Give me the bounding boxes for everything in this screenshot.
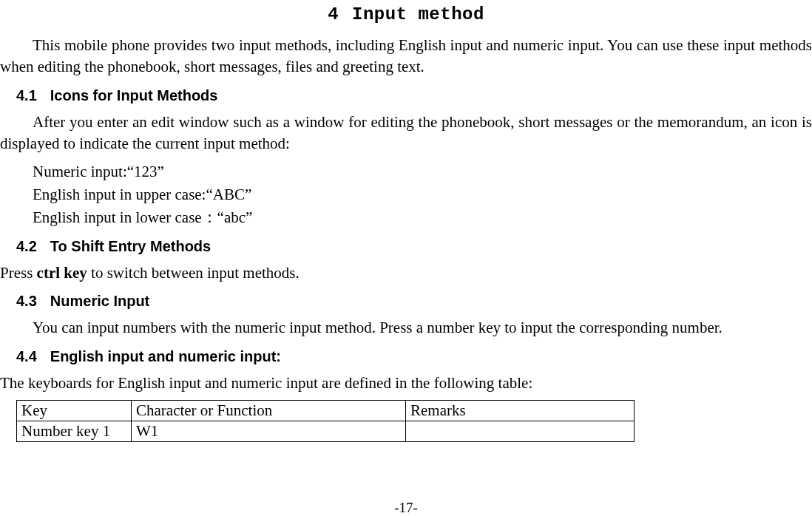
subsection-heading-4-3: 4.3Numeric Input	[16, 293, 812, 310]
subsection-number: 4.2	[16, 238, 37, 254]
s42-paragraph: Press ctrl key to switch between input m…	[0, 262, 812, 284]
table-cell-remarks	[406, 421, 635, 441]
section-number: 4	[328, 4, 339, 24]
s44-paragraph: The keyboards for English input and nume…	[0, 373, 812, 394]
subsection-title: Icons for Input Methods	[50, 87, 218, 103]
section-heading: 4Input method	[0, 4, 812, 24]
subsection-number: 4.3	[16, 293, 37, 309]
s42-pre: Press	[0, 264, 37, 282]
s41-line-lower: English input in lower case：“abc”	[33, 207, 812, 228]
s42-post: to switch between input methods.	[87, 264, 300, 282]
s41-line-numeric: Numeric input:“123”	[33, 161, 812, 183]
table-header-remarks: Remarks	[406, 400, 635, 421]
subsection-title: English input and numeric input:	[50, 348, 281, 364]
key-definition-table: Key Character or Function Remarks Number…	[16, 400, 635, 442]
subsection-number: 4.4	[16, 348, 37, 364]
document-page: 4Input method This mobile phone provides…	[0, 4, 812, 516]
table-row: Number key 1 W1	[17, 421, 635, 441]
table-cell-char: W1	[132, 421, 406, 441]
table-header-char: Character or Function	[132, 400, 406, 421]
subsection-title: To Shift Entry Methods	[50, 238, 211, 254]
s41-paragraph: After you enter an edit window such as a…	[0, 112, 812, 155]
s43-paragraph: You can input numbers with the numeric i…	[0, 317, 812, 339]
subsection-heading-4-1: 4.1Icons for Input Methods	[16, 87, 812, 104]
intro-paragraph: This mobile phone provides two input met…	[0, 35, 812, 78]
table-header-key: Key	[17, 400, 132, 421]
section-title: Input method	[352, 4, 484, 24]
page-number: -17-	[0, 500, 812, 516]
s42-ctrl-key: ctrl key	[37, 264, 87, 282]
subsection-heading-4-4: 4.4English input and numeric input:	[16, 348, 812, 365]
table-row: Key Character or Function Remarks	[17, 400, 635, 421]
subsection-heading-4-2: 4.2To Shift Entry Methods	[16, 238, 812, 255]
subsection-title: Numeric Input	[50, 293, 149, 309]
s41-line-upper: English input in upper case:“ABC”	[33, 184, 812, 206]
table-cell-key: Number key 1	[17, 421, 132, 441]
subsection-number: 4.1	[16, 87, 37, 103]
